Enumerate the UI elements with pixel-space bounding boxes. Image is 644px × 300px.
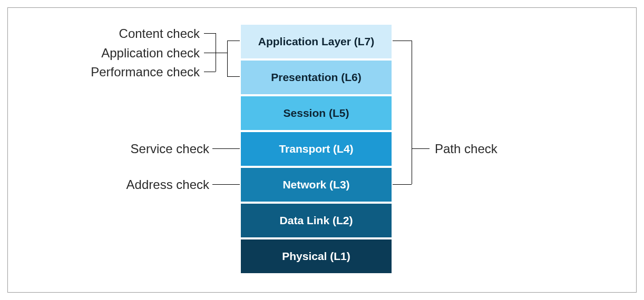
layer-l4-transport: Transport (L4) bbox=[240, 131, 393, 167]
connector-left-group-mid-h bbox=[216, 53, 227, 53]
layer-l5-session: Session (L5) bbox=[240, 95, 393, 131]
connector-right-to-l7 bbox=[393, 41, 412, 41]
connector-service-to-l4 bbox=[212, 148, 240, 149]
layer-l6-presentation: Presentation (L6) bbox=[240, 59, 393, 95]
label-address-check: Address check bbox=[126, 177, 209, 192]
label-path-check: Path check bbox=[435, 142, 497, 156]
layer-l1-physical: Physical (L1) bbox=[240, 238, 393, 274]
connector-left-group-layers-v bbox=[227, 41, 228, 76]
label-service-check: Service check bbox=[131, 142, 209, 156]
layer-l3-network: Network (L3) bbox=[240, 167, 393, 203]
connector-application-h bbox=[204, 53, 216, 53]
label-content-check: Content check bbox=[119, 26, 200, 41]
layer-l2-data-link: Data Link (L2) bbox=[240, 203, 393, 238]
connector-left-to-l7 bbox=[227, 41, 240, 41]
connector-left-to-l6 bbox=[227, 76, 240, 77]
connector-performance-h bbox=[204, 72, 216, 72]
connector-right-to-l3 bbox=[393, 184, 412, 185]
connector-address-to-l3 bbox=[212, 184, 240, 185]
layer-l7-application: Application Layer (L7) bbox=[240, 24, 393, 59]
label-application-check: Application check bbox=[101, 46, 200, 61]
connector-content-h bbox=[204, 33, 216, 34]
label-performance-check: Performance check bbox=[91, 65, 200, 79]
connector-right-to-label bbox=[412, 148, 430, 149]
connector-right-v bbox=[412, 41, 412, 184]
osi-stack: Application Layer (L7) Presentation (L6)… bbox=[240, 24, 393, 274]
osi-diagram: Application Layer (L7) Presentation (L6)… bbox=[7, 7, 637, 293]
